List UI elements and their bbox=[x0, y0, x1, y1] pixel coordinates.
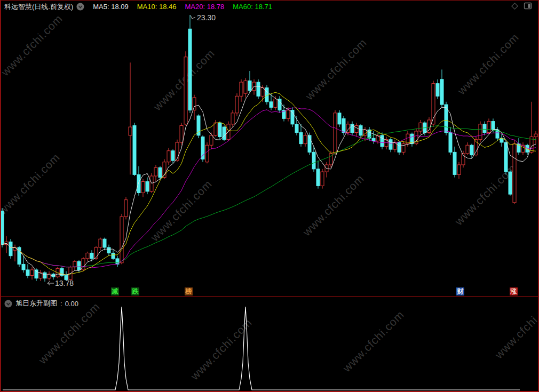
marker-badge[interactable]: 榜 bbox=[185, 287, 193, 295]
top-bar: 科远智慧(日线.前复权) MA5: 18.09 MA10: 18.46 MA20… bbox=[1, 1, 537, 13]
ma5-label: MA5: 18.09 bbox=[93, 3, 129, 11]
app-window: www.cfchi.com www.cfchi.com www.cfchi.co… bbox=[0, 0, 539, 392]
subchart-title: 旭日东升副图 bbox=[15, 299, 57, 308]
marker-badge[interactable]: 财 bbox=[456, 287, 464, 295]
candlestick-chart[interactable]: 23.3013.78 bbox=[0, 13, 539, 287]
marker-badge[interactable]: 涨 bbox=[510, 287, 518, 295]
subchart-colon: : bbox=[60, 300, 62, 308]
svg-text:23.30: 23.30 bbox=[197, 13, 216, 22]
subchart-value: 0.00 bbox=[65, 300, 78, 308]
marker-row: 减跌榜财涨 bbox=[0, 287, 539, 297]
marker-badge[interactable]: 跌 bbox=[131, 287, 139, 295]
chevron-down-icon[interactable] bbox=[4, 300, 12, 308]
ma60-label: MA60: 18.71 bbox=[233, 3, 272, 11]
subchart-header: 旭日东升副图 : 0.00 bbox=[1, 298, 537, 309]
ma10-label: MA10: 18.46 bbox=[137, 3, 177, 11]
window-border bbox=[0, 0, 1, 392]
panel-toggle-icon[interactable] bbox=[524, 2, 533, 12]
chevron-down-icon[interactable] bbox=[76, 3, 84, 11]
window-border bbox=[0, 0, 539, 1]
pane-divider[interactable] bbox=[0, 297, 539, 297]
marker-badge[interactable]: 减 bbox=[111, 287, 119, 295]
signal-chart[interactable] bbox=[0, 304, 539, 392]
svg-text:13.78: 13.78 bbox=[55, 279, 74, 287]
stock-title: 科远智慧(日线.前复权) bbox=[4, 2, 73, 12]
diamond-icon[interactable] bbox=[510, 2, 519, 13]
ma20-label: MA20: 18.78 bbox=[185, 3, 225, 11]
